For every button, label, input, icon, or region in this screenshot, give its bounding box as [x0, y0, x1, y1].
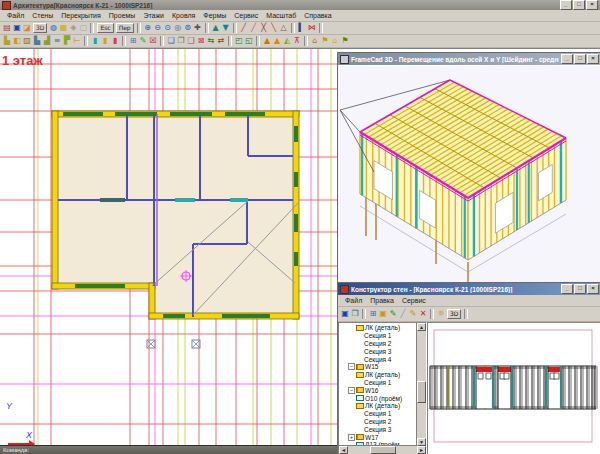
maximize-button[interactable]: □	[573, 0, 585, 10]
tree-item[interactable]: ЛК (деталь)	[339, 324, 426, 332]
framecad3d-viewport[interactable]	[338, 65, 600, 283]
toolbar-icon[interactable]: 3D	[447, 309, 461, 319]
wall-constructor-title-bar[interactable]: Конструктор стен - [Красноярск К-21 (100…	[338, 283, 600, 295]
toolbar-icon[interactable]: ⚑	[320, 36, 330, 46]
tree-item[interactable]: Секция 3	[339, 425, 426, 433]
toolbar-icon[interactable]: ✎	[388, 309, 398, 319]
toolbar-icon[interactable]: ☒	[148, 36, 158, 46]
toolbar-icon[interactable]: ⊼	[292, 36, 302, 46]
menu-item[interactable]: Файл	[341, 297, 366, 304]
framecad3d-title-bar[interactable]: FrameCad 3D - Перемещение вдоль осей X и…	[338, 53, 600, 65]
toolbar-icon[interactable]: ⊚	[183, 23, 193, 33]
toolbar-icon[interactable]: ▨	[22, 36, 32, 46]
toolbar-icon[interactable]: ◎	[173, 23, 183, 33]
toolbar-icon[interactable]: ▣	[340, 309, 350, 319]
scroll-left-button[interactable]: ◄	[339, 446, 348, 454]
scroll-thumb[interactable]	[370, 446, 396, 454]
menu-item[interactable]: Сервис	[398, 297, 430, 304]
menu-item[interactable]: Фермы	[199, 12, 230, 19]
toolbar-icon[interactable]: ▲	[272, 36, 282, 46]
toolbar-icon[interactable]: ▢	[78, 23, 88, 33]
menu-item[interactable]: Правка	[366, 297, 398, 304]
toolbar-icon[interactable]: ❏	[166, 36, 176, 46]
menu-item[interactable]: Кровля	[168, 12, 199, 19]
tree-item[interactable]: О10 (проём)	[339, 394, 426, 402]
menu-item[interactable]: Файл	[3, 12, 28, 19]
toolbar-icon[interactable]: ▦	[58, 23, 68, 33]
menu-item[interactable]: Этажи	[139, 12, 168, 19]
toolbar-icon[interactable]: ◧	[12, 36, 22, 46]
toolbar-icon[interactable]: ▼	[221, 23, 231, 33]
toolbar-icon[interactable]: ◰	[234, 36, 244, 46]
toolbar-icon[interactable]: ◍	[48, 23, 58, 33]
toolbar-icon[interactable]: ◈	[68, 23, 78, 33]
toolbar-icon[interactable]: ▟	[42, 36, 52, 46]
toolbar-icon[interactable]: ▍	[297, 23, 307, 33]
maximize-button[interactable]: □	[574, 284, 586, 294]
tree-item[interactable]: Секция 2	[339, 340, 426, 348]
toolbar-icon[interactable]: ✎	[138, 36, 148, 46]
toolbar-icon[interactable]: ☼	[436, 309, 446, 319]
menu-item[interactable]: Справка	[300, 12, 335, 19]
tree-item[interactable]: ЛК (деталь)	[339, 371, 426, 379]
tree-item[interactable]: Секция 1	[339, 410, 426, 418]
toolbar-icon[interactable]: ◱	[244, 36, 254, 46]
toolbar-icon[interactable]: ✕	[418, 309, 428, 319]
toolbar-icon[interactable]: 3D	[33, 23, 47, 33]
toolbar-icon[interactable]: ≡	[52, 36, 62, 46]
toolbar-icon[interactable]: ▛	[62, 36, 72, 46]
toolbar-icon[interactable]: ⋈	[307, 23, 317, 33]
toolbar-icon[interactable]: ⊞	[128, 36, 138, 46]
tree-item[interactable]: Секция 2	[339, 418, 426, 426]
scroll-right-button[interactable]: ►	[417, 446, 426, 454]
toolbar-icon[interactable]: ⊕	[143, 23, 153, 33]
scroll-up-button[interactable]: ▲	[417, 323, 426, 331]
toolbar-icon[interactable]: ╱	[239, 23, 249, 33]
scroll-thumb[interactable]	[417, 381, 426, 403]
scroll-down-button[interactable]: ▼	[417, 438, 426, 446]
toolbar-icon[interactable]: ▙	[32, 36, 42, 46]
toolbar-icon[interactable]: ▲	[262, 36, 272, 46]
tree-item[interactable]: Секция 1	[339, 332, 426, 340]
menu-item[interactable]: Стены	[28, 12, 57, 19]
tree-expand-icon[interactable]: −	[348, 387, 355, 394]
toolbar-icon[interactable]: ✎	[408, 309, 418, 319]
toolbar-icon[interactable]: △	[279, 23, 289, 33]
maximize-button[interactable]: □	[574, 54, 586, 64]
toolbar-icon[interactable]: ❑	[186, 36, 196, 46]
wall-elevation-pane[interactable]	[427, 322, 600, 454]
toolbar-icon[interactable]: ⊠	[196, 36, 206, 46]
tree-item[interactable]: +W17	[339, 433, 426, 441]
toolbar-icon[interactable]: ❐	[350, 309, 360, 319]
minimize-button[interactable]: _	[561, 284, 573, 294]
close-button[interactable]: ×	[587, 54, 599, 64]
toolbar-icon[interactable]: ▲	[211, 23, 221, 33]
menu-item[interactable]: Сервис	[230, 12, 262, 19]
toolbar-icon[interactable]: ▮	[110, 36, 120, 46]
tree-item[interactable]: Секция 4	[339, 355, 426, 363]
toolbar-icon[interactable]: ╳	[259, 23, 269, 33]
tree-expand-icon[interactable]: −	[348, 363, 355, 370]
toolbar-icon[interactable]: ◭	[282, 36, 292, 46]
toolbar-icon[interactable]: ╲	[269, 23, 279, 33]
toolbar-icon[interactable]: ⊢	[72, 36, 82, 46]
toolbar-icon[interactable]: ▣	[12, 23, 22, 33]
toolbar-icon[interactable]: ╱	[398, 309, 408, 319]
toolbar-icon[interactable]: ⊞	[368, 309, 378, 319]
close-button[interactable]: ×	[586, 0, 598, 10]
close-button[interactable]: ×	[587, 284, 599, 294]
toolbar-icon[interactable]: ▮	[90, 36, 100, 46]
toolbar-icon[interactable]: ⊙	[163, 23, 173, 33]
minimize-button[interactable]: _	[561, 54, 573, 64]
tree-item[interactable]: −W15	[339, 363, 426, 371]
menu-item[interactable]: Проемы	[105, 12, 140, 19]
toolbar-icon[interactable]: ⇄	[216, 36, 226, 46]
tree-item[interactable]: −W16	[339, 386, 426, 394]
toolbar-icon[interactable]: Esc	[97, 23, 113, 33]
toolbar-icon[interactable]: ◪	[22, 23, 32, 33]
toolbar-icon[interactable]: ▣	[378, 309, 388, 319]
minimize-button[interactable]: _	[560, 0, 572, 10]
tree-expand-icon[interactable]: +	[348, 434, 355, 441]
tree-item[interactable]: Секция 1	[339, 379, 426, 387]
toolbar-icon[interactable]: ▙	[2, 36, 12, 46]
